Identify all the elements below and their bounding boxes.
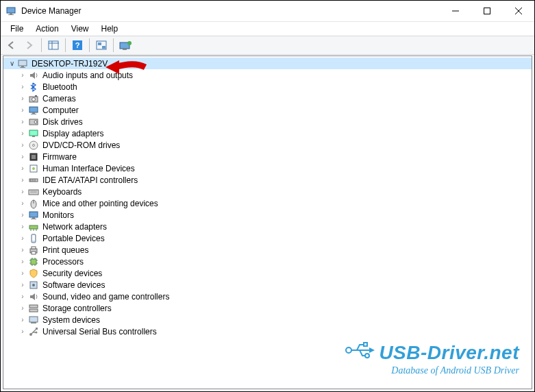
tree-item[interactable]: ›Processors	[3, 256, 532, 267]
toolbar: ?	[1, 36, 534, 55]
tree-item[interactable]: ›Sound, video and game controllers	[3, 291, 532, 302]
menu-action[interactable]: Action	[30, 23, 64, 34]
expand-icon[interactable]: ›	[18, 269, 27, 277]
expand-icon[interactable]: ›	[18, 258, 27, 265]
security-icon	[28, 268, 39, 279]
maximize-button[interactable]	[471, 1, 503, 21]
tree-item[interactable]: ›Human Interface Devices	[3, 162, 532, 174]
tree-item[interactable]: ›Mice and other pointing devices	[3, 197, 532, 209]
tree-item[interactable]: ›Universal Serial Bus controllers	[3, 326, 532, 337]
tree-item[interactable]: ›System devices	[3, 314, 532, 326]
expand-icon[interactable]: ›	[18, 199, 27, 207]
expand-icon[interactable]: ›	[18, 293, 27, 300]
tree-item[interactable]: ›Portable Devices	[3, 232, 532, 244]
svg-rect-72	[29, 309, 38, 312]
svg-rect-48	[32, 217, 35, 219]
expand-icon[interactable]: ›	[18, 95, 27, 102]
expand-icon[interactable]: ›	[18, 304, 27, 312]
tree-root-label: DESKTOP-TRJ192V	[30, 59, 108, 69]
svg-point-29	[34, 121, 37, 123]
tree-item[interactable]: ›Security devices	[3, 267, 532, 279]
expand-icon[interactable]: ›	[18, 83, 27, 90]
svg-line-76	[31, 329, 36, 334]
svg-rect-1	[10, 13, 12, 14]
expand-icon[interactable]: ›	[18, 106, 27, 114]
dvd-icon	[28, 140, 39, 151]
tree-item[interactable]: ›Audio inputs and outputs	[3, 69, 532, 81]
sound-icon	[28, 291, 39, 302]
close-button[interactable]	[503, 1, 534, 21]
keyboard-icon	[28, 186, 39, 197]
toolbar-separator	[41, 38, 42, 52]
usb-icon	[28, 326, 39, 337]
tree-item[interactable]: ›Computer	[3, 104, 532, 116]
properties-button[interactable]	[117, 38, 134, 53]
svg-point-23	[32, 97, 36, 101]
svg-point-33	[33, 144, 35, 146]
tree-item[interactable]: ›Storage controllers	[3, 302, 532, 314]
expand-icon[interactable]: ›	[18, 71, 27, 79]
tree-item-label: Display adapters	[41, 129, 103, 138]
forward-button[interactable]	[21, 38, 38, 53]
device-tree[interactable]: ∨DESKTOP-TRJ192V›Audio inputs and output…	[3, 56, 532, 339]
tree-item[interactable]: ›Cameras	[3, 93, 532, 104]
tree-item-label: Print queues	[41, 245, 88, 255]
expand-icon[interactable]: ›	[18, 130, 27, 137]
expand-icon[interactable]: ›	[18, 188, 27, 195]
expand-icon[interactable]: ›	[18, 211, 27, 219]
svg-point-79	[36, 331, 38, 333]
tree-item-label: Computer	[41, 106, 79, 115]
expand-icon[interactable]: ›	[18, 141, 27, 149]
menu-view[interactable]: View	[66, 23, 95, 34]
svg-rect-35	[32, 155, 36, 159]
expand-icon[interactable]: ›	[18, 164, 27, 172]
svg-rect-16	[123, 49, 127, 50]
tree-item[interactable]: ›DVD/CD-ROM drives	[3, 139, 532, 151]
expand-icon[interactable]: ›	[18, 316, 27, 323]
minimize-button[interactable]	[440, 1, 471, 21]
ide-icon	[28, 175, 39, 186]
toolbar-separator	[89, 38, 90, 52]
svg-rect-55	[32, 235, 35, 241]
storage-icon	[28, 303, 39, 314]
tree-item[interactable]: ›Bluetooth	[3, 81, 532, 93]
expand-icon[interactable]: ›	[18, 153, 27, 160]
menubar: File Action View Help	[1, 22, 534, 36]
svg-text:?: ?	[75, 41, 80, 49]
tree-item[interactable]: ›Firmware	[3, 151, 532, 162]
collapse-icon[interactable]: ∨	[8, 60, 16, 67]
expand-icon[interactable]: ›	[18, 246, 27, 254]
tree-item[interactable]: ›Disk drives	[3, 116, 532, 127]
menu-file[interactable]: File	[5, 23, 29, 34]
scan-hardware-button[interactable]	[93, 38, 110, 53]
svg-point-69	[32, 284, 35, 286]
back-button[interactable]	[3, 38, 20, 53]
expand-icon[interactable]: ›	[18, 234, 27, 242]
monitor-icon	[28, 210, 39, 221]
tree-item[interactable]: ›Display adapters	[3, 127, 532, 139]
tree-item[interactable]: ›Print queues	[3, 244, 532, 256]
tree-item[interactable]: ›Network adapters	[3, 221, 532, 232]
tree-item-label: Sound, video and game controllers	[41, 292, 169, 302]
expand-icon[interactable]: ›	[18, 176, 27, 184]
svg-point-37	[32, 167, 35, 170]
tree-item-label: Software devices	[41, 280, 105, 290]
tree-item[interactable]: ›Monitors	[3, 209, 532, 221]
svg-rect-4	[484, 8, 490, 14]
tree-item[interactable]: ›Keyboards	[3, 186, 532, 197]
expand-icon[interactable]: ›	[18, 223, 27, 230]
tree-item[interactable]: ›IDE ATA/ATAPI controllers	[3, 174, 532, 186]
show-hide-tree-button[interactable]	[45, 38, 62, 53]
tree-item-label: Cameras	[41, 94, 76, 103]
menu-help[interactable]: Help	[96, 23, 124, 34]
camera-icon	[28, 93, 39, 104]
expand-icon[interactable]: ›	[18, 281, 27, 289]
help-button[interactable]: ?	[69, 38, 86, 53]
tree-root[interactable]: ∨DESKTOP-TRJ192V	[3, 58, 532, 69]
expand-icon[interactable]: ›	[18, 118, 27, 125]
tree-item-label: Security devices	[41, 269, 102, 278]
tree-item[interactable]: ›Software devices	[3, 279, 532, 291]
expand-icon[interactable]: ›	[18, 328, 27, 335]
system-icon	[28, 315, 39, 326]
svg-marker-21	[30, 72, 35, 79]
